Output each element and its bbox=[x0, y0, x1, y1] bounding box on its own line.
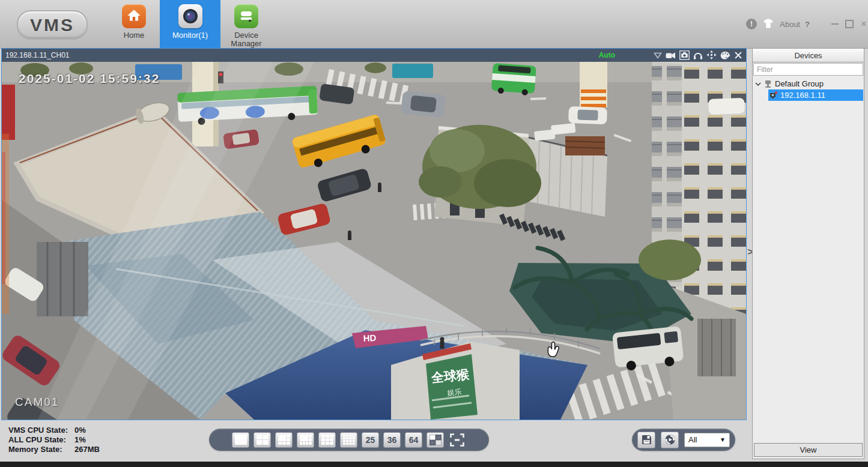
video-title: 192.168.1.11_CH01 bbox=[5, 51, 70, 59]
window-bottom-edge bbox=[0, 462, 868, 467]
minimize-button[interactable] bbox=[830, 19, 840, 29]
stream-dropdown-icon[interactable] bbox=[654, 52, 662, 59]
tab-home[interactable]: Home bbox=[112, 0, 156, 48]
gray-car bbox=[401, 91, 446, 118]
layout-9-button[interactable] bbox=[318, 432, 336, 448]
layout-25-button[interactable]: 25 bbox=[362, 432, 379, 448]
layout-custom-button[interactable] bbox=[426, 432, 444, 448]
maximize-button[interactable] bbox=[845, 19, 854, 29]
video-titlebar: 192.168.1.11_CH01 Auto bbox=[2, 49, 746, 62]
close-button[interactable]: × bbox=[859, 19, 868, 29]
filter-input[interactable] bbox=[753, 63, 863, 76]
video-tile[interactable]: 192.168.1.11_CH01 Auto bbox=[1, 48, 747, 420]
close-icon[interactable] bbox=[734, 51, 742, 59]
tab-monitor-label: Monitor(1) bbox=[172, 31, 208, 40]
stream-type-value: All bbox=[688, 435, 697, 444]
image-adjust-icon[interactable] bbox=[720, 51, 730, 60]
tab-monitor[interactable]: Monitor(1) bbox=[160, 0, 220, 48]
cursor-pointer-icon bbox=[546, 342, 560, 360]
tab-home-label: Home bbox=[124, 31, 145, 40]
tab-device-manager[interactable]: DeviceManager bbox=[223, 0, 269, 48]
layout-36-button[interactable]: 36 bbox=[383, 432, 401, 448]
video-frame[interactable]: HD 全球猴 娱乐 bbox=[2, 62, 746, 420]
layout-4-button[interactable] bbox=[253, 432, 271, 448]
camera-device-icon bbox=[769, 91, 778, 99]
timestamp-overlay: 2025-01-02 15:59:32 bbox=[19, 71, 160, 86]
group-icon bbox=[763, 80, 772, 88]
layout-16-button[interactable] bbox=[340, 432, 357, 448]
monitor-icon bbox=[178, 4, 202, 28]
fullscreen-button[interactable] bbox=[448, 432, 466, 448]
stream-quality-label[interactable]: Auto bbox=[599, 51, 615, 59]
view-button[interactable]: View bbox=[754, 443, 863, 457]
group-label: Default Group bbox=[775, 79, 824, 88]
status-row-memory: Memory State:267MB bbox=[8, 445, 100, 454]
refresh-icon bbox=[664, 434, 676, 445]
app-logo: VMS bbox=[17, 10, 88, 40]
tab-device-manager-label: DeviceManager bbox=[231, 31, 261, 48]
status-row-vms-cpu: VMS CPU State:0% bbox=[8, 426, 100, 435]
save-view-button[interactable] bbox=[637, 432, 655, 448]
ptz-icon[interactable] bbox=[706, 50, 717, 60]
devices-panel-title: Devices bbox=[753, 49, 864, 62]
banner-text: HD bbox=[363, 333, 377, 343]
save-icon bbox=[642, 435, 652, 445]
layout-64-button[interactable]: 64 bbox=[405, 432, 422, 448]
audio-icon[interactable] bbox=[693, 51, 703, 60]
stream-type-select[interactable]: All ▼ bbox=[684, 433, 730, 447]
white-sedan-2 bbox=[708, 98, 745, 115]
tree-device-row-selected[interactable]: 192.168.1.11 bbox=[768, 89, 863, 101]
dropdown-arrow-icon: ▼ bbox=[720, 436, 726, 443]
cctv-scene: HD 全球猴 娱乐 bbox=[2, 62, 746, 420]
compound-wall bbox=[526, 123, 607, 217]
layout-8-button[interactable] bbox=[297, 432, 314, 448]
camera-label-overlay: CAM01 bbox=[15, 396, 59, 409]
alert-icon[interactable]: ! bbox=[746, 19, 757, 29]
top-toolbar: VMS Home Monitor(1) DeviceManager bbox=[0, 0, 868, 49]
camcorder-icon[interactable] bbox=[666, 51, 676, 60]
chevron-down-icon[interactable] bbox=[755, 82, 761, 86]
device-label: 192.168.1.11 bbox=[780, 91, 825, 100]
status-bar: VMS CPU State:0% ALL CPU State:1% Memory… bbox=[8, 426, 100, 454]
home-icon bbox=[122, 4, 146, 28]
tree-group-row[interactable]: Default Group bbox=[755, 78, 862, 89]
status-row-all-cpu: ALL CPU State:1% bbox=[8, 435, 100, 445]
stream-toolbar: All ▼ bbox=[632, 429, 735, 451]
green-sign bbox=[426, 354, 478, 420]
white-sedan bbox=[568, 106, 607, 124]
device-manager-icon bbox=[234, 4, 258, 28]
refresh-stream-button[interactable] bbox=[661, 432, 679, 448]
about-link[interactable]: About bbox=[780, 20, 800, 29]
window-top-right-controls: ! About ? × bbox=[746, 18, 868, 30]
devices-panel: Devices Default Group 192.168.1.11 View bbox=[752, 48, 864, 459]
skin-tshirt-icon[interactable] bbox=[762, 18, 775, 30]
layout-1-button[interactable] bbox=[232, 432, 249, 448]
red-truck-edge bbox=[2, 85, 15, 140]
help-link[interactable]: ? bbox=[805, 20, 810, 29]
layout-toolbar: 25 36 64 bbox=[209, 429, 489, 451]
snapshot-icon[interactable] bbox=[679, 50, 690, 60]
layout-6-button[interactable] bbox=[275, 432, 293, 448]
